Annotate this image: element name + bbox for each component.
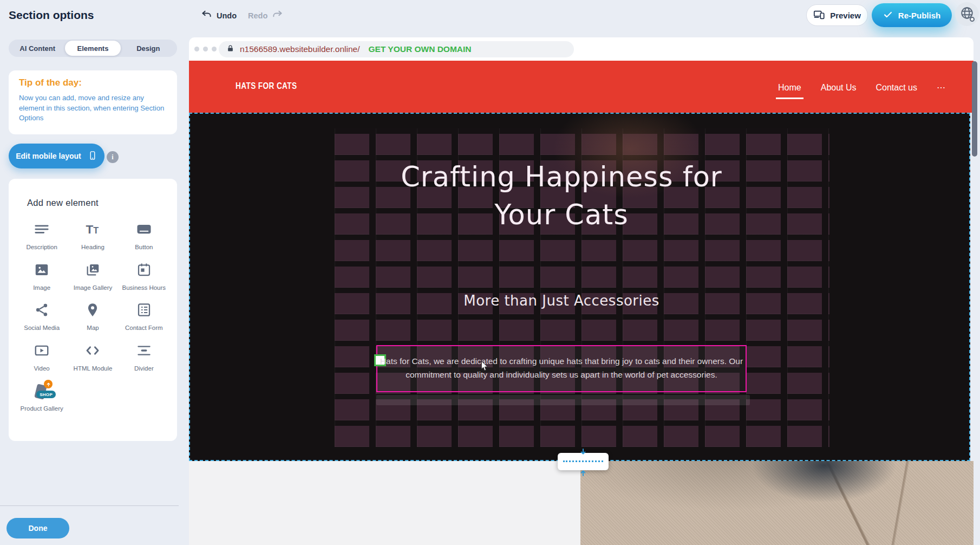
tab-ai-content[interactable]: AI Content [10,41,65,56]
page-title: Section options [9,9,94,22]
upgrade-arrow-badge [44,380,53,388]
contact-form-icon [136,302,152,320]
element-image[interactable]: Image [18,262,66,293]
element-hover-band [376,395,750,405]
redo-button[interactable]: Redo [248,9,283,22]
resize-dotted-line [563,460,603,462]
add-element-title: Add new element [27,198,177,208]
undo-label: Undo [217,11,237,20]
svg-text:T: T [94,225,99,235]
shop-badge: SHOP [36,391,56,398]
undo-icon [201,9,212,22]
video-icon [34,342,50,361]
add-element-panel: Add new element Description TT Heading B… [9,179,177,441]
element-description[interactable]: Description [18,221,66,252]
selected-paragraph-element[interactable]: Hats for Cats, we are dedicated to craft… [376,345,747,392]
browser-chrome: n1566589.websitebuilder.online/ GET YOUR… [189,37,974,61]
button-icon [136,221,152,239]
section-height-resize-handle[interactable] [558,453,609,470]
nav-home[interactable]: Home [778,83,801,96]
element-video[interactable]: Video [18,342,66,373]
code-icon [84,342,101,361]
element-image-gallery[interactable]: Image Gallery [69,262,116,293]
edit-mobile-layout-button[interactable]: Edit mobile layout [9,144,104,168]
nav-about-us[interactable]: About Us [821,83,857,96]
element-map[interactable]: Map [69,302,116,333]
check-icon [883,10,893,21]
element-social-media[interactable]: Social Media [18,302,66,333]
business-hours-icon [136,262,152,280]
redo-label: Redo [248,11,267,20]
tab-elements[interactable]: Elements [65,41,120,56]
element-divider[interactable]: Divider [120,342,168,373]
element-product-gallery[interactable]: SHOP Product Gallery [18,382,66,413]
sidebar-tabs: AI Content Elements Design [9,40,177,57]
arrow-down-icon [579,448,587,457]
tip-body: Now you can add, move and resize any ele… [19,93,166,124]
site-header[interactable]: HATS FOR CATS Home About Us Contact us ⋯ [189,61,974,113]
next-section-blank[interactable] [189,461,580,545]
republish-label: Re-Publish [898,11,940,20]
sidebar-divider [0,505,179,506]
tip-heading: Tip of the day: [19,77,82,88]
element-grid: Description TT Heading Button Image Imag… [9,221,177,413]
address-bar[interactable]: n1566589.websitebuilder.online/ GET YOUR… [219,41,574,57]
devices-icon [813,9,825,22]
phone-icon [88,151,97,162]
hero-title[interactable]: Crafting Happiness for Your Cats [372,158,751,234]
browser-traffic-dots [194,47,217,51]
element-heading[interactable]: TT Heading [69,221,116,252]
site-nav: Home About Us Contact us ⋯ [778,82,945,96]
nav-contact-us[interactable]: Contact us [876,83,917,96]
done-button[interactable]: Done [6,518,69,538]
description-icon [34,221,50,239]
preview-button[interactable]: Preview [806,4,868,26]
site-preview-window: n1566589.websitebuilder.online/ GET YOUR… [189,37,974,545]
element-button[interactable]: Button [120,221,168,252]
heading-icon: TT [84,221,101,239]
social-media-icon [34,302,50,320]
element-html-module[interactable]: HTML Module [69,342,116,373]
redo-icon [272,9,283,22]
svg-text:T: T [86,223,94,236]
website-builder-app: Section options Undo Redo Preview Re-Pub… [0,0,980,545]
nav-more-menu[interactable]: ⋯ [937,82,945,96]
info-icon[interactable]: i [107,151,119,163]
hero-paragraph[interactable]: Hats for Cats, we are dedicated to craft… [380,355,743,382]
tip-of-the-day-card: Tip of the day: Now you can add, move an… [9,70,177,134]
page-scrollbar-thumb[interactable] [972,61,977,157]
globe-status-dot [970,17,975,22]
site-logo[interactable]: HATS FOR CATS [236,81,297,92]
undo-button[interactable]: Undo [201,9,237,22]
site-url: n1566589.websitebuilder.online/ [240,44,360,54]
next-section-photo[interactable] [580,461,974,545]
divider-icon [136,342,152,361]
tab-design[interactable]: Design [121,41,176,56]
republish-button[interactable]: Re-Publish [872,3,952,27]
map-pin-icon [84,302,101,320]
element-contact-form[interactable]: Contact Form [120,302,168,333]
preview-label: Preview [830,11,861,20]
edit-mobile-label: Edit mobile layout [16,152,81,160]
language-globe-button[interactable] [955,2,979,26]
hero-subtitle[interactable]: More than Just Accessories [463,293,659,309]
get-domain-link[interactable]: GET YOUR OWN DOMAIN [368,44,471,54]
arrow-up-icon [579,468,587,477]
image-icon [34,262,50,280]
element-business-hours[interactable]: Business Hours [120,262,168,293]
selected-hero-section[interactable]: Crafting Happiness for Your Cats More th… [189,113,970,461]
lock-icon [226,44,234,55]
image-gallery-icon [84,262,101,280]
product-gallery-icon: SHOP [32,382,51,401]
